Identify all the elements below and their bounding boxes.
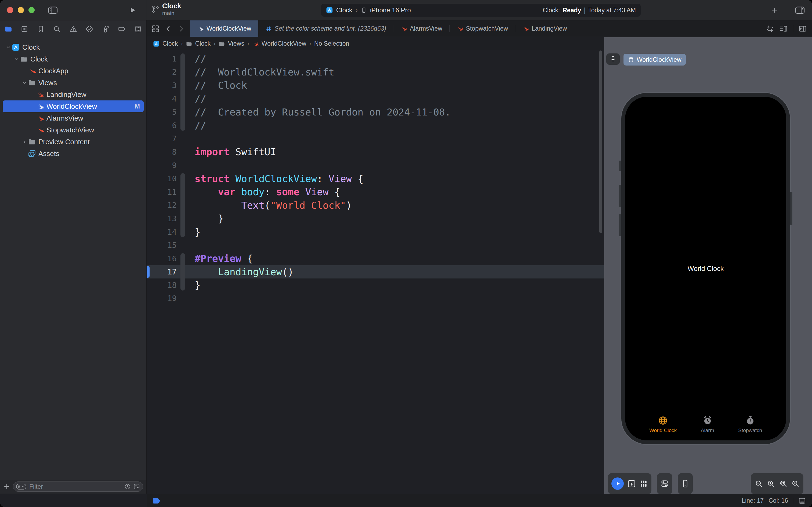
zoom-actual-size-icon[interactable]	[767, 480, 775, 488]
close-window-button[interactable]	[7, 7, 13, 13]
preview-screen[interactable]: World Clock World ClockAlarmStopwatch	[625, 97, 786, 440]
tests-navigator-icon[interactable]	[85, 25, 94, 33]
recent-files-icon[interactable]	[124, 483, 131, 490]
code-line-1[interactable]: 1//	[147, 52, 603, 65]
code-line-10[interactable]: 10struct WorldClockView: View {	[147, 172, 603, 185]
code-line-2[interactable]: 2// WorldClockView.swift	[147, 65, 603, 79]
tree-item-clock[interactable]: Clock	[3, 41, 143, 53]
code-line-15[interactable]: 15	[147, 238, 603, 252]
bookmarks-navigator-icon[interactable]	[37, 25, 45, 33]
code-line-4[interactable]: 4//	[147, 92, 603, 106]
add-file-icon[interactable]	[3, 483, 10, 490]
code-line-14[interactable]: 14}	[147, 225, 603, 239]
activity-status-bar[interactable]: Clock › iPhone 16 Pro Clock: Ready | Tod…	[321, 4, 641, 17]
code-line-16[interactable]: 16#Preview {	[147, 252, 603, 265]
change-ribbon[interactable]	[180, 253, 185, 291]
chevron-down-icon[interactable]	[13, 57, 20, 62]
device-settings-button[interactable]	[657, 473, 673, 494]
zoom-to-fit-icon[interactable]	[779, 480, 788, 488]
breadcrumb-item[interactable]: Clock	[195, 40, 211, 47]
go-back-icon[interactable]	[164, 25, 172, 33]
tree-item-preview-content[interactable]: Preview Content	[3, 136, 143, 148]
run-destination[interactable]: iPhone 16 Pro	[370, 6, 411, 14]
tree-item-assets[interactable]: Assets	[3, 148, 143, 160]
pin-preview-button[interactable]	[606, 53, 620, 65]
code-line-3[interactable]: 3// Clock	[147, 79, 603, 92]
filter-input[interactable]	[29, 483, 122, 491]
code-line-11[interactable]: 11 var body: some View {	[147, 185, 603, 199]
editor-tab-3[interactable]: AlarmsView	[393, 20, 449, 37]
tree-item-worldclockview[interactable]: WorldClockViewM	[3, 101, 143, 112]
filter-icon[interactable]	[16, 483, 26, 490]
variants-mode-icon[interactable]	[639, 480, 648, 488]
swap-editor-icon[interactable]	[766, 25, 774, 33]
editor-scrollbar[interactable]	[599, 51, 602, 233]
device-display-icon[interactable]	[798, 497, 806, 505]
preview-tab-world-clock[interactable]: World Clock	[649, 415, 677, 434]
library-add-icon[interactable]	[771, 7, 778, 14]
source-control-navigator-icon[interactable]	[20, 25, 28, 33]
add-editor-icon[interactable]	[799, 25, 807, 33]
preview-target-chip[interactable]: WorldClockView	[624, 54, 686, 65]
find-navigator-icon[interactable]	[53, 25, 61, 33]
swift-icon	[28, 67, 36, 75]
tree-item-views[interactable]: Views	[3, 77, 143, 89]
filter-field[interactable]	[13, 482, 143, 492]
related-items-icon[interactable]	[152, 25, 160, 33]
code-line-9[interactable]: 9	[147, 159, 603, 172]
tree-item-alarmsview[interactable]: AlarmsView	[3, 112, 143, 124]
tree-item-stopwatchview[interactable]: StopwatchView	[3, 124, 143, 136]
code-line-17[interactable]: 17 LandingView()	[147, 265, 603, 279]
reports-navigator-icon[interactable]	[134, 25, 142, 33]
breakpoint-indicator-icon[interactable]	[153, 498, 161, 504]
code-line-19[interactable]: 19	[147, 292, 603, 305]
selectable-mode-icon[interactable]	[627, 480, 636, 488]
zoom-in-icon[interactable]	[791, 480, 800, 488]
scheme-selector[interactable]: Clock › iPhone 16 Pro	[326, 6, 411, 14]
zoom-out-icon[interactable]	[755, 480, 763, 488]
tree-item-clockapp[interactable]: ClockApp	[3, 65, 143, 77]
chevron-down-icon[interactable]	[21, 80, 28, 86]
code-line-5[interactable]: 5// Created by Russell Gordon on 2024-11…	[147, 105, 603, 119]
tree-item-landingview[interactable]: LandingView	[3, 89, 143, 101]
preview-device-button[interactable]	[678, 473, 693, 494]
chevron-right-icon[interactable]	[21, 139, 28, 145]
source-editor[interactable]: 1//2// WorldClockView.swift3// Clock4//5…	[147, 50, 603, 494]
change-ribbon[interactable]	[180, 173, 185, 237]
code-line-8[interactable]: 8import SwiftUI	[147, 145, 603, 159]
toggle-inspector-icon[interactable]	[794, 6, 806, 14]
editor-tab-4[interactable]: StopwatchView	[450, 20, 515, 37]
source-control-status-icon[interactable]	[133, 483, 140, 490]
editor-tab-1[interactable]: WorldClockView	[190, 20, 258, 37]
editor-tab-5[interactable]: LandingView	[515, 20, 574, 37]
editor-tab-2[interactable]: Set the color scheme and tint. (2326d63)	[258, 20, 393, 37]
assets-icon	[28, 150, 36, 158]
breadcrumb-item[interactable]: WorldClockView	[262, 40, 306, 47]
debug-navigator-icon[interactable]	[102, 25, 110, 33]
minimize-window-button[interactable]	[18, 7, 24, 13]
code-line-18[interactable]: 18}	[147, 278, 603, 292]
run-button[interactable]	[129, 6, 136, 14]
breadcrumb-item[interactable]: Views	[228, 40, 244, 47]
breadcrumb-item[interactable]: Clock	[163, 40, 178, 47]
code-line-7[interactable]: 7	[147, 132, 603, 146]
toggle-navigator-icon[interactable]	[47, 6, 59, 14]
breadcrumb-item[interactable]: No Selection	[314, 40, 349, 47]
chevron-down-icon[interactable]	[5, 45, 12, 50]
live-preview-button[interactable]	[612, 477, 624, 490]
project-navigator-icon[interactable]	[4, 25, 12, 33]
scheme-name[interactable]: Clock	[336, 6, 352, 14]
preview-tab-stopwatch[interactable]: Stopwatch	[738, 415, 762, 434]
zoom-window-button[interactable]	[28, 7, 35, 13]
tree-item-clock[interactable]: Clock	[3, 53, 143, 65]
editor-options-icon[interactable]	[779, 25, 788, 33]
breakpoints-navigator-icon[interactable]	[118, 25, 126, 33]
code-line-13[interactable]: 13 }	[147, 212, 603, 225]
preview-tab-alarm[interactable]: Alarm	[701, 415, 714, 434]
code-line-12[interactable]: 12 Text("World Clock")	[147, 199, 603, 212]
code-line-6[interactable]: 6//	[147, 119, 603, 132]
change-ribbon[interactable]	[180, 53, 185, 131]
go-forward-icon[interactable]	[177, 25, 185, 33]
tab-label: StopwatchView	[466, 25, 508, 32]
issues-navigator-icon[interactable]	[69, 25, 77, 33]
